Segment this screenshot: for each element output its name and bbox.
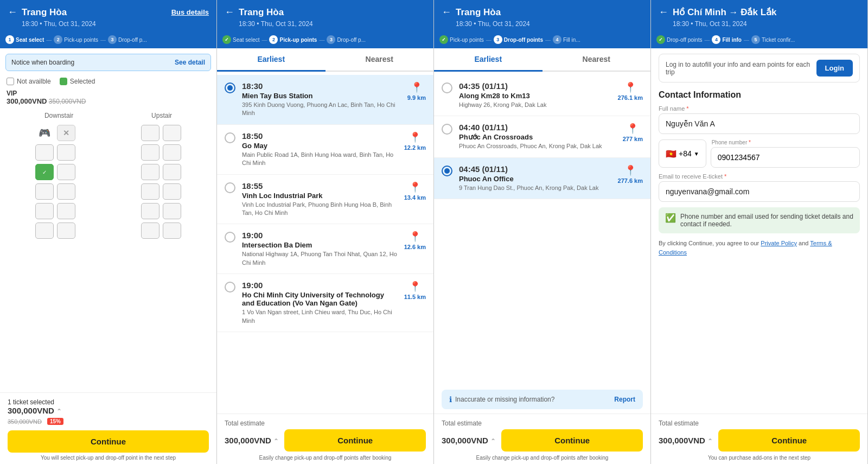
seat-u4[interactable] bbox=[163, 144, 181, 161]
stop-name-3-2: Phuoc An Office bbox=[459, 175, 611, 183]
stop-item-3-1[interactable]: 04:40 (01/11) Phước An Crossroads Phuoc … bbox=[434, 116, 650, 157]
login-button[interactable]: Login bbox=[816, 60, 853, 77]
seat-u6[interactable] bbox=[163, 164, 181, 180]
step-num-1: 1 bbox=[5, 35, 14, 44]
stop-item-3-0[interactable]: 04:35 (01/11) Along Km28 to Km13 Highway… bbox=[434, 75, 650, 116]
radio-3-0[interactable] bbox=[442, 82, 452, 93]
radio-3-2[interactable] bbox=[442, 166, 452, 176]
panel3-footer: Total estimate 300,000VND ⌃ Continue Eas… bbox=[434, 414, 650, 464]
step-label-d3: Fill in... bbox=[563, 37, 580, 43]
stop-addr-2-0: 395 Kinh Duong Vuong, Phuong An Lac, Bin… bbox=[242, 101, 401, 118]
stop-dist-2-0: 📍 9.9 km bbox=[407, 81, 426, 101]
seat-d10[interactable] bbox=[35, 223, 54, 239]
seat-u3[interactable] bbox=[141, 144, 159, 161]
phone-prefix-selector[interactable]: 🇻🇳 +84 ▼ bbox=[659, 139, 706, 168]
radio-2-1[interactable] bbox=[225, 132, 235, 143]
report-link[interactable]: Report bbox=[614, 396, 635, 403]
stop-info-3-0: 04:35 (01/11) Along Km28 to Km13 Highway… bbox=[459, 81, 611, 109]
radio-3-1[interactable] bbox=[442, 124, 452, 135]
back-arrow-1[interactable]: ← bbox=[8, 7, 17, 18]
email-input[interactable] bbox=[659, 181, 860, 202]
tab-earliest-2[interactable]: Earliest bbox=[217, 48, 326, 72]
seat-u1[interactable] bbox=[141, 125, 159, 141]
seat-d5[interactable] bbox=[57, 164, 75, 180]
panel2-footer: Total estimate 300,000VND ⌃ Continue Eas… bbox=[217, 414, 433, 464]
tab-nearest-2[interactable]: Nearest bbox=[326, 48, 434, 72]
seat-d4-selected[interactable]: ✓ bbox=[35, 164, 54, 180]
fullname-input[interactable] bbox=[659, 113, 860, 134]
price-chevron-3[interactable]: ⌃ bbox=[490, 437, 496, 445]
seat-u12[interactable] bbox=[163, 223, 181, 239]
seat-map: 🎮 ✕ ✓ bbox=[0, 122, 216, 392]
dist-label-2-3: 12.6 km bbox=[404, 244, 426, 250]
stop-dist-2-2: 📍 13.4 km bbox=[404, 181, 426, 201]
price-chevron-2[interactable]: ⌃ bbox=[273, 437, 279, 445]
stop-item-2-2[interactable]: 18:55 Vinh Loc Industrial Park Vinh Loc … bbox=[217, 175, 433, 225]
stop-list-3: 04:35 (01/11) Along Km28 to Km13 Highway… bbox=[434, 72, 650, 385]
privacy-link[interactable]: Private Policy bbox=[761, 240, 797, 246]
seat-u9[interactable] bbox=[141, 203, 159, 219]
tab-earliest-3[interactable]: Earliest bbox=[434, 48, 542, 72]
notice-text-4: Phone number and email used for sending … bbox=[680, 213, 853, 228]
seat-row-d5 bbox=[35, 203, 75, 219]
back-arrow-2[interactable]: ← bbox=[225, 7, 234, 18]
seat-d8[interactable] bbox=[35, 203, 54, 219]
stop-item-2-3[interactable]: 19:00 Intersection Ba Diem National High… bbox=[217, 224, 433, 274]
seat-d2[interactable] bbox=[35, 144, 54, 161]
stop-item-3-2[interactable]: 04:45 (01/11) Phuoc An Office 9 Tran Hun… bbox=[434, 158, 650, 199]
panel3-title: Trang Hòa bbox=[456, 7, 643, 18]
radio-2-2[interactable] bbox=[225, 182, 235, 193]
footer-top-4: Total estimate bbox=[659, 419, 860, 427]
step-label-f1: Drop-off points bbox=[667, 37, 702, 43]
seat-d1[interactable]: ✕ bbox=[57, 125, 75, 141]
continue-button-2[interactable]: Continue bbox=[284, 429, 426, 452]
radio-2-4[interactable] bbox=[225, 282, 235, 293]
seat-u5[interactable] bbox=[141, 164, 159, 180]
ticket-info: 1 ticket selected bbox=[8, 398, 62, 406]
ticket-count: 1 ticket selected 300,000VND ⌃ bbox=[8, 398, 62, 416]
step-label-d1: Pick-up points bbox=[450, 37, 484, 43]
seat-u2[interactable] bbox=[163, 125, 181, 141]
seat-row-u1 bbox=[141, 125, 181, 141]
back-arrow-3[interactable]: ← bbox=[442, 7, 451, 18]
tab-nearest-3[interactable]: Nearest bbox=[542, 48, 651, 72]
stop-addr-3-1: Phuoc An Crossroads, Phuoc An, Krong Pak… bbox=[459, 142, 616, 150]
seat-d3[interactable] bbox=[57, 144, 75, 161]
floor-downstair: 🎮 ✕ ✓ bbox=[5, 125, 106, 389]
stop-time-2-3: 19:00 bbox=[242, 231, 398, 240]
phone-input[interactable] bbox=[711, 147, 860, 168]
phone-input-wrapper: Phone number * bbox=[711, 139, 860, 168]
stop-info-3-1: 04:40 (01/11) Phước An Crossroads Phuoc … bbox=[459, 123, 616, 150]
seat-u11[interactable] bbox=[141, 223, 159, 239]
seat-u7[interactable] bbox=[141, 183, 159, 200]
back-arrow-4[interactable]: ← bbox=[659, 7, 668, 18]
seat-d6[interactable] bbox=[35, 183, 54, 200]
panel4-subtitle: 18:30 • Thu, Oct 31, 2024 bbox=[673, 20, 860, 28]
seat-u10[interactable] bbox=[163, 203, 181, 219]
panel1-footer: 1 ticket selected 300,000VND ⌃ 350,000VN… bbox=[0, 392, 216, 464]
step-label-p1: Seat select bbox=[233, 37, 259, 43]
floor-upstair bbox=[111, 125, 212, 389]
radio-2-3[interactable] bbox=[225, 232, 235, 243]
seat-d7[interactable] bbox=[57, 183, 75, 200]
price-chevron[interactable]: ⌃ bbox=[56, 408, 62, 415]
radio-2-0[interactable] bbox=[225, 82, 235, 93]
continue-button-1[interactable]: Continue bbox=[8, 430, 209, 453]
check-circle-icon: ✅ bbox=[665, 213, 676, 223]
price-chevron-4[interactable]: ⌃ bbox=[707, 437, 713, 445]
stop-item-2-1[interactable]: 18:50 Go May Main Public Road 1A, Binh H… bbox=[217, 125, 433, 175]
step-num-d3: 4 bbox=[553, 35, 561, 44]
stop-item-2-0[interactable]: 18:30 Mien Tay Bus Station 395 Kinh Duon… bbox=[217, 75, 433, 125]
seat-d9[interactable] bbox=[57, 203, 75, 219]
footer-hint-3: Easily change pick-up and drop-off point… bbox=[442, 455, 643, 461]
step-f2: 4 Fill info bbox=[712, 35, 742, 44]
stop-name-2-2: Vinh Loc Industrial Park bbox=[242, 192, 398, 200]
continue-button-4[interactable]: Continue bbox=[718, 429, 860, 452]
stop-item-2-4[interactable]: 19:00 Ho Chi Minh City University of Tec… bbox=[217, 274, 433, 332]
see-detail-link[interactable]: See detail bbox=[175, 59, 205, 66]
seat-u8[interactable] bbox=[163, 183, 181, 200]
seat-d11[interactable] bbox=[57, 223, 75, 239]
step-num-d1: ✓ bbox=[439, 35, 448, 44]
bus-details-link[interactable]: Bus details bbox=[171, 8, 209, 16]
continue-button-3[interactable]: Continue bbox=[501, 429, 643, 452]
